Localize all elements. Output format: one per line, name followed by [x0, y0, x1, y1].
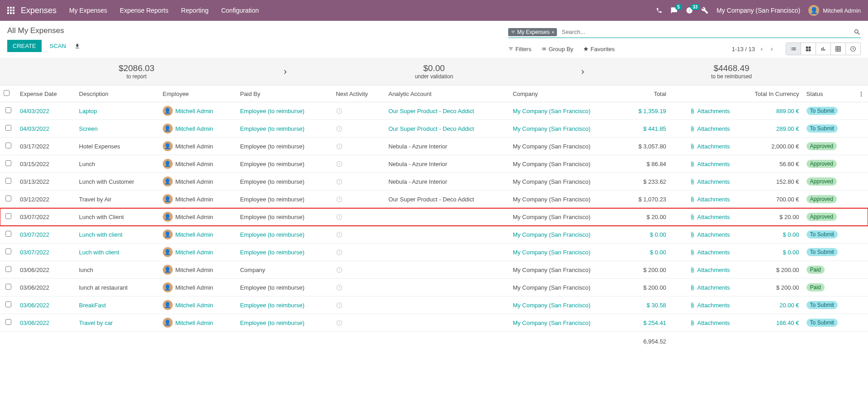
pager-prev-icon[interactable]	[759, 45, 765, 52]
clock-icon[interactable]	[336, 319, 343, 326]
attachments-button[interactable]: Attachments	[674, 125, 730, 132]
close-icon[interactable]: ×	[552, 29, 554, 35]
user-menu[interactable]: Mitchell Admin	[808, 5, 861, 16]
clock-icon[interactable]	[336, 125, 343, 132]
attachments-button[interactable]: Attachments	[674, 196, 730, 203]
row-checkbox[interactable]	[5, 319, 11, 325]
th-date[interactable]: Expense Date	[16, 86, 75, 102]
row-checkbox[interactable]	[5, 178, 11, 184]
row-checkbox[interactable]	[5, 107, 11, 113]
row-checkbox[interactable]	[5, 301, 11, 307]
th-total[interactable]: Total	[623, 86, 670, 102]
view-graph-icon[interactable]	[816, 43, 830, 55]
clock-icon[interactable]	[336, 178, 343, 185]
view-activity-icon[interactable]	[845, 43, 860, 55]
cell-company: My Company (San Francisco)	[513, 143, 590, 150]
select-all-checkbox[interactable]	[4, 90, 9, 96]
attachments-button[interactable]: Attachments	[674, 161, 730, 167]
clock-icon[interactable]	[336, 160, 343, 167]
summary-under-validation[interactable]: $0.00 under validation	[297, 63, 571, 80]
attachments-button[interactable]: Attachments	[674, 284, 730, 291]
view-pivot-icon[interactable]	[830, 43, 845, 55]
create-button[interactable]: CREATE	[7, 40, 42, 52]
clock-icon[interactable]	[336, 231, 343, 238]
summary-to-reimburse[interactable]: $4468.49 to be reimbursed	[595, 63, 868, 80]
download-icon[interactable]	[74, 43, 80, 50]
th-activity[interactable]: Next Activity	[332, 86, 385, 102]
attachments-button[interactable]: Attachments	[674, 249, 730, 256]
to-report-amount: $2086.03	[0, 63, 273, 73]
optional-columns-icon[interactable]	[854, 86, 868, 102]
brand-title[interactable]: Expenses	[21, 6, 57, 15]
nav-expense-reports[interactable]: Expense Reports	[120, 7, 168, 14]
summary-to-report[interactable]: $2086.03 to report	[0, 63, 273, 80]
groupby-button[interactable]: Group By	[541, 46, 573, 52]
attachments-button[interactable]: Attachments	[674, 302, 730, 309]
th-analytic[interactable]: Analytic Account	[385, 86, 509, 102]
attachments-button[interactable]: Attachments	[674, 178, 730, 185]
clock-icon[interactable]	[336, 196, 343, 202]
debug-icon[interactable]	[701, 7, 708, 14]
attachments-button[interactable]: Attachments	[674, 267, 730, 273]
row-checkbox[interactable]	[5, 143, 11, 148]
th-description[interactable]: Description	[75, 86, 159, 102]
row-checkbox[interactable]	[5, 284, 11, 290]
cell-employee: Mitchell Admin	[175, 249, 213, 256]
table-row[interactable]: 03/07/2022 Luch with client Mitchell Adm…	[0, 243, 868, 261]
pager-next-icon[interactable]	[769, 45, 775, 52]
th-paidby[interactable]: Paid By	[236, 86, 332, 102]
clock-icon[interactable]	[336, 284, 343, 291]
attachments-button[interactable]: Attachments	[674, 214, 730, 220]
row-checkbox[interactable]	[5, 248, 11, 254]
company-selector[interactable]: My Company (San Francisco)	[717, 7, 800, 14]
activity-icon[interactable]: 33	[686, 7, 693, 14]
pager-value[interactable]: 1-13 / 13	[732, 46, 755, 52]
search-icon[interactable]	[854, 28, 861, 36]
attachments-button[interactable]: Attachments	[674, 143, 730, 150]
row-checkbox[interactable]	[5, 231, 11, 237]
search-filter-tag[interactable]: My Expenses ×	[508, 28, 557, 36]
clock-icon[interactable]	[336, 266, 343, 273]
row-checkbox[interactable]	[5, 160, 11, 166]
clock-icon[interactable]	[336, 248, 343, 255]
attachments-button[interactable]: Attachments	[674, 320, 730, 326]
table-row[interactable]: 04/03/2022 Laptop Mitchell Admin Employe…	[0, 102, 868, 120]
table-row[interactable]: 03/07/2022 Lunch with Client Mitchell Ad…	[0, 208, 868, 226]
row-checkbox[interactable]	[5, 266, 11, 272]
nav-my-expenses[interactable]: My Expenses	[69, 7, 107, 14]
th-employee[interactable]: Employee	[159, 86, 236, 102]
table-row[interactable]: 03/15/2022 Lunch Mitchell Admin Employee…	[0, 155, 868, 173]
row-checkbox[interactable]	[5, 125, 11, 131]
favorites-button[interactable]: Favorites	[583, 46, 614, 52]
table-row[interactable]: 03/06/2022 lunch at restaurant Mitchell …	[0, 279, 868, 296]
table-row[interactable]: 03/13/2022 Lunch with Customer Mitchell …	[0, 173, 868, 191]
search-input[interactable]	[560, 28, 854, 36]
nav-configuration[interactable]: Configuration	[221, 7, 259, 14]
apps-icon[interactable]	[7, 7, 14, 14]
table-row[interactable]: 04/03/2022 Screen Mitchell Admin Employe…	[0, 120, 868, 138]
table-row[interactable]: 03/17/2022 Hotel Expenses Mitchell Admin…	[0, 138, 868, 155]
attachments-button[interactable]: Attachments	[674, 231, 730, 238]
row-checkbox[interactable]	[5, 213, 11, 219]
clock-icon[interactable]	[336, 213, 343, 220]
th-company[interactable]: Company	[509, 86, 623, 102]
table-row[interactable]: 03/06/2022 Travel by car Mitchell Admin …	[0, 314, 868, 332]
phone-icon[interactable]	[656, 7, 662, 14]
row-checkbox[interactable]	[5, 196, 11, 201]
clock-icon[interactable]	[336, 301, 343, 308]
nav-reporting[interactable]: Reporting	[181, 7, 209, 14]
table-row[interactable]: 03/12/2022 Travel by Air Mitchell Admin …	[0, 191, 868, 208]
view-list-icon[interactable]	[786, 43, 801, 55]
filters-button[interactable]: Filters	[508, 46, 531, 52]
th-total-currency[interactable]: Total In Currency	[734, 86, 803, 102]
chat-icon[interactable]: 5	[670, 7, 678, 14]
view-kanban-icon[interactable]	[801, 43, 816, 55]
table-row[interactable]: 03/06/2022 BreakFast Mitchell Admin Empl…	[0, 296, 868, 314]
scan-button[interactable]: SCAN	[50, 43, 66, 49]
th-status[interactable]: Status	[803, 86, 854, 102]
table-row[interactable]: 03/06/2022 lunch Mitchell Admin Company …	[0, 261, 868, 279]
clock-icon[interactable]	[336, 143, 343, 149]
table-row[interactable]: 03/07/2022 Lunch with client Mitchell Ad…	[0, 226, 868, 243]
clock-icon[interactable]	[336, 107, 343, 114]
attachments-button[interactable]: Attachments	[674, 108, 730, 114]
